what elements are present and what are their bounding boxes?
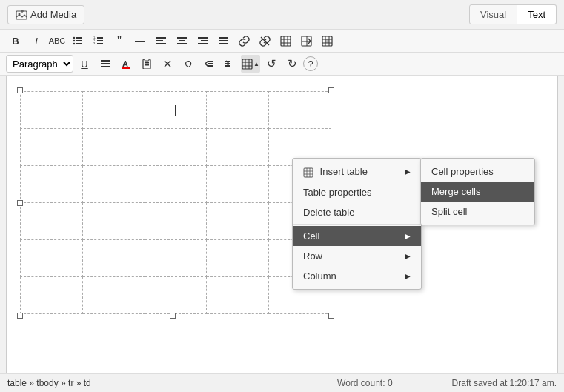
- insert-link-button[interactable]: [234, 32, 253, 50]
- cell-arrow: ▶: [405, 232, 411, 240]
- text-align-icon: [101, 59, 110, 69]
- table-cell[interactable]: [82, 277, 145, 314]
- svg-rect-24: [198, 43, 208, 44]
- text-align-button[interactable]: [96, 55, 115, 73]
- add-media-button[interactable]: Add Media: [7, 5, 84, 24]
- hr-button[interactable]: —: [130, 32, 150, 50]
- table-cell[interactable]: [21, 277, 83, 314]
- table-cell[interactable]: [21, 129, 83, 166]
- table-cell[interactable]: [145, 92, 207, 129]
- help-button[interactable]: ?: [303, 56, 318, 71]
- status-area: Word count: 0 Draft saved at 1:20:17 am.: [337, 378, 557, 388]
- resize-handle-tr[interactable]: [328, 87, 334, 93]
- context-menu-row[interactable]: Row ▶: [293, 246, 421, 266]
- resize-handle-ml[interactable]: [17, 200, 23, 206]
- remove-link-button[interactable]: [255, 32, 274, 50]
- row-label: Row: [303, 250, 322, 262]
- more-toolbar-button[interactable]: [317, 32, 336, 50]
- table-cell[interactable]: [21, 92, 83, 129]
- table-cell[interactable]: [145, 166, 207, 203]
- outdent-button[interactable]: [199, 55, 219, 73]
- insert-table-icon: [280, 36, 291, 47]
- paragraph-select[interactable]: Paragraph Heading 1 Heading 2 Heading 3: [6, 55, 73, 73]
- table-cell[interactable]: [145, 240, 207, 277]
- underline-button[interactable]: U: [75, 55, 94, 73]
- table-row: [21, 129, 331, 166]
- align-right-icon: [198, 36, 208, 46]
- context-menu-column[interactable]: Column ▶: [293, 266, 421, 286]
- context-menu-cell[interactable]: Cell ▶: [293, 226, 421, 246]
- submenu-split-cell[interactable]: Split cell: [421, 202, 534, 222]
- svg-rect-29: [281, 36, 291, 46]
- align-center-button[interactable]: [172, 32, 191, 50]
- table-cell[interactable]: [21, 240, 83, 277]
- svg-rect-8: [76, 40, 82, 41]
- svg-rect-20: [179, 40, 185, 41]
- indent-button[interactable]: [220, 55, 239, 73]
- table-cell[interactable]: [145, 203, 207, 240]
- table-cell[interactable]: [21, 166, 83, 203]
- table-cell[interactable]: [82, 129, 145, 166]
- bold-button[interactable]: B: [6, 32, 25, 50]
- cell-label: Cell: [303, 230, 319, 242]
- svg-point-6: [73, 43, 75, 44]
- submenu-cell-properties[interactable]: Cell properties: [421, 162, 534, 182]
- paste-text-icon: [142, 59, 152, 69]
- resize-handle-tl[interactable]: [17, 87, 23, 93]
- table-expand-button[interactable]: [296, 32, 316, 50]
- context-menu-table-properties[interactable]: Table properties: [293, 182, 421, 202]
- table-cell[interactable]: [82, 166, 145, 203]
- visual-tab[interactable]: Visual: [469, 4, 517, 24]
- undo-button[interactable]: ↺: [262, 55, 281, 73]
- align-justify-button[interactable]: [213, 32, 233, 50]
- draft-status: Draft saved at 1:20:17 am.: [452, 378, 557, 388]
- table-properties-label: Table properties: [303, 187, 372, 198]
- insert-table-menu-icon: [303, 167, 313, 178]
- toolbar-table-button[interactable]: ▲: [241, 55, 260, 73]
- context-menu-insert-table[interactable]: Insert table ▶: [293, 162, 421, 182]
- resize-handle-bl[interactable]: [17, 313, 23, 319]
- cell-properties-label: Cell properties: [431, 166, 494, 177]
- submenu-merge-cells[interactable]: Merge cells: [421, 182, 534, 202]
- resize-handle-br[interactable]: [328, 313, 334, 319]
- text-tab[interactable]: Text: [517, 4, 557, 24]
- context-menu-delete-table[interactable]: Delete table: [293, 202, 421, 222]
- unordered-list-button[interactable]: [68, 32, 87, 50]
- table-cell[interactable]: [207, 277, 269, 314]
- table-cell[interactable]: [145, 277, 207, 314]
- remove-format-button[interactable]: [158, 55, 177, 73]
- indent-icon: [225, 59, 235, 69]
- resize-handle-bm[interactable]: [170, 313, 176, 319]
- svg-rect-16: [156, 37, 166, 39]
- table-cell[interactable]: [207, 166, 269, 203]
- table-cell[interactable]: [207, 240, 269, 277]
- table-cell[interactable]: [207, 92, 269, 129]
- align-right-button[interactable]: [193, 32, 212, 50]
- redo-button[interactable]: ↻: [282, 55, 302, 73]
- ordered-list-button[interactable]: 1. 2. 3.: [89, 32, 108, 50]
- svg-rect-14: [97, 40, 103, 41]
- italic-button[interactable]: I: [27, 32, 46, 50]
- table-cell[interactable]: [82, 240, 145, 277]
- table-expand-icon: [301, 36, 312, 47]
- table-cell[interactable]: [207, 203, 269, 240]
- align-left-button[interactable]: [151, 32, 170, 50]
- table-cell[interactable]: [207, 129, 269, 166]
- svg-rect-9: [76, 43, 82, 44]
- blockquote-button[interactable]: ": [110, 32, 129, 50]
- svg-rect-22: [198, 37, 208, 39]
- paste-text-button[interactable]: [137, 55, 156, 73]
- editor-area[interactable]: Insert table ▶ Table properties Delete t…: [6, 76, 558, 373]
- table-cell[interactable]: [269, 92, 331, 129]
- special-char-button[interactable]: Ω: [179, 55, 198, 73]
- svg-rect-7: [76, 37, 82, 39]
- strikethrough-button[interactable]: ABC: [47, 32, 67, 50]
- svg-rect-57: [225, 61, 230, 62]
- insert-table-button[interactable]: [276, 32, 295, 50]
- outdent-icon: [204, 59, 214, 69]
- table-cell[interactable]: [21, 203, 83, 240]
- table-cell[interactable]: [82, 203, 145, 240]
- table-cell[interactable]: [145, 129, 207, 166]
- text-color-button[interactable]: A: [116, 55, 136, 73]
- table-cell[interactable]: [82, 92, 145, 129]
